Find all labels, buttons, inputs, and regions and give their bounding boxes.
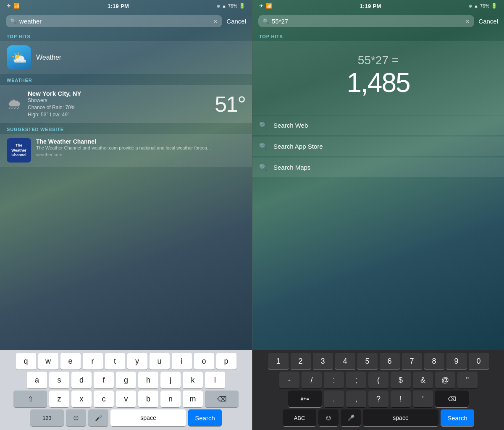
- key-dollar[interactable]: $: [391, 372, 411, 388]
- key-lparen[interactable]: (: [368, 372, 388, 388]
- key-backspace[interactable]: ⌫: [205, 391, 239, 407]
- key-8[interactable]: 8: [424, 353, 444, 370]
- key-p[interactable]: p: [216, 353, 236, 370]
- weather-app-name: Weather: [36, 54, 61, 61]
- clear-search-right[interactable]: ✕: [465, 18, 470, 25]
- key-e[interactable]: e: [60, 353, 81, 370]
- globe-icon: 🔍: [259, 121, 268, 129]
- weather-section-header: WEATHER: [0, 74, 252, 84]
- key-1[interactable]: 1: [268, 353, 289, 370]
- key-numbers[interactable]: 123: [30, 409, 64, 426]
- search-web-option[interactable]: 🔍 Search Web: [252, 115, 504, 135]
- key-v[interactable]: v: [116, 391, 136, 407]
- key-z[interactable]: z: [49, 391, 69, 407]
- weather-icon-bg: ⛅: [7, 45, 31, 70]
- key-semicolon[interactable]: ;: [346, 372, 366, 388]
- keyboard-sym-row: - / : ; ( $ & @ ": [254, 372, 503, 388]
- key-minus[interactable]: -: [279, 372, 299, 388]
- battery-pct-left: 76%: [228, 3, 237, 8]
- key-apostrophe[interactable]: ': [413, 391, 433, 407]
- key-emoji-left[interactable]: ☺: [66, 409, 86, 426]
- search-appstore-option[interactable]: 🔍 Search App Store: [252, 136, 504, 156]
- key-space-right[interactable]: space: [363, 409, 438, 426]
- weather-details: New York City, NY Showers Chance of Rain…: [28, 90, 209, 118]
- search-input-left[interactable]: 🔍 weather ✕: [6, 15, 222, 27]
- key-s[interactable]: s: [49, 372, 69, 388]
- key-at[interactable]: @: [435, 372, 455, 388]
- key-n[interactable]: n: [160, 391, 181, 407]
- cancel-btn-left[interactable]: Cancel: [226, 18, 246, 25]
- weather-highlow: High: 53° Low: 49°: [28, 111, 209, 118]
- weather-emoji: ⛅: [11, 50, 27, 65]
- key-o[interactable]: o: [194, 353, 214, 370]
- search-value-left[interactable]: weather: [19, 18, 210, 25]
- key-hashplus[interactable]: #+=: [288, 391, 322, 407]
- weather-result-item[interactable]: 🌧 New York City, NY Showers Chance of Ra…: [0, 85, 252, 123]
- key-comma[interactable]: ,: [346, 391, 366, 407]
- suggested-website-header: SUGGESTED WEBSITE: [0, 123, 252, 134]
- key-d[interactable]: d: [71, 372, 92, 388]
- key-q[interactable]: q: [16, 353, 36, 370]
- clear-search-left[interactable]: ✕: [213, 18, 218, 25]
- key-search-right[interactable]: Search: [441, 409, 474, 426]
- cancel-btn-right[interactable]: Cancel: [478, 18, 498, 25]
- key-space-left[interactable]: space: [110, 409, 186, 426]
- key-6[interactable]: 6: [380, 353, 400, 370]
- key-4[interactable]: 4: [335, 353, 355, 370]
- key-emoji-right[interactable]: ☺: [318, 409, 339, 426]
- key-h[interactable]: h: [138, 372, 158, 388]
- calc-answer: 1,485: [346, 67, 410, 98]
- signal-icon-right: ▲: [474, 3, 478, 8]
- search-value-right[interactable]: 55*27: [272, 18, 462, 25]
- key-j[interactable]: j: [160, 372, 181, 388]
- airplane-icon-right: ✈: [259, 3, 263, 9]
- key-abc[interactable]: ABC: [283, 409, 316, 426]
- key-mic-right[interactable]: 🎤: [341, 409, 361, 426]
- key-mic-left[interactable]: 🎤: [88, 409, 108, 426]
- key-y[interactable]: y: [127, 353, 147, 370]
- weather-app-result[interactable]: ⛅ Weather: [0, 41, 252, 74]
- key-slash[interactable]: /: [302, 372, 322, 388]
- search-maps-option[interactable]: 🔍 Search Maps: [252, 157, 504, 177]
- key-exclaim[interactable]: !: [391, 391, 411, 407]
- key-3[interactable]: 3: [313, 353, 333, 370]
- key-7[interactable]: 7: [402, 353, 422, 370]
- key-9[interactable]: 9: [446, 353, 467, 370]
- key-shift[interactable]: ⇧: [13, 391, 47, 407]
- key-x[interactable]: x: [71, 391, 92, 407]
- keyboard-bottom-row-right: ABC ☺ 🎤 space Search: [254, 409, 503, 426]
- key-question[interactable]: ?: [368, 391, 388, 407]
- key-c[interactable]: c: [94, 391, 114, 407]
- keyboard-action-row: #+= . , ? ! ' ⌫: [254, 391, 503, 407]
- key-r[interactable]: r: [83, 353, 103, 370]
- status-bar-left: ✈ 📶 1:19 PM ⊕ ▲ 76% 🔋: [0, 0, 252, 12]
- search-appstore-label: Search App Store: [273, 143, 323, 150]
- key-t[interactable]: t: [105, 353, 125, 370]
- key-0[interactable]: 0: [469, 353, 489, 370]
- key-l[interactable]: l: [205, 372, 225, 388]
- search-web-label: Search Web: [273, 122, 308, 129]
- key-u[interactable]: u: [150, 353, 170, 370]
- key-backspace-right[interactable]: ⌫: [435, 391, 469, 407]
- keyboard-row-1: q w e r t y u i o p: [1, 353, 251, 370]
- top-hits-header-right: TOP HITS: [252, 31, 504, 41]
- weather-channel-result[interactable]: TheWeatherChannel The Weather Channel Th…: [0, 134, 252, 167]
- key-k[interactable]: k: [183, 372, 203, 388]
- key-quote[interactable]: ": [457, 372, 478, 388]
- key-period[interactable]: .: [324, 391, 344, 407]
- key-f[interactable]: f: [94, 372, 114, 388]
- key-a[interactable]: a: [27, 372, 47, 388]
- weather-rain: Chance of Rain: 70%: [28, 104, 209, 111]
- key-m[interactable]: m: [183, 391, 203, 407]
- key-ampersand[interactable]: &: [413, 372, 433, 388]
- key-search-left[interactable]: Search: [188, 409, 222, 426]
- key-g[interactable]: g: [116, 372, 136, 388]
- search-input-right[interactable]: 🔍 55*27 ✕: [258, 15, 474, 27]
- key-w[interactable]: w: [38, 353, 58, 370]
- key-i[interactable]: i: [172, 353, 192, 370]
- key-5[interactable]: 5: [357, 353, 378, 370]
- key-colon[interactable]: :: [324, 372, 344, 388]
- key-b[interactable]: b: [138, 391, 158, 407]
- calc-expression: 55*27 =: [358, 54, 399, 67]
- key-2[interactable]: 2: [291, 353, 311, 370]
